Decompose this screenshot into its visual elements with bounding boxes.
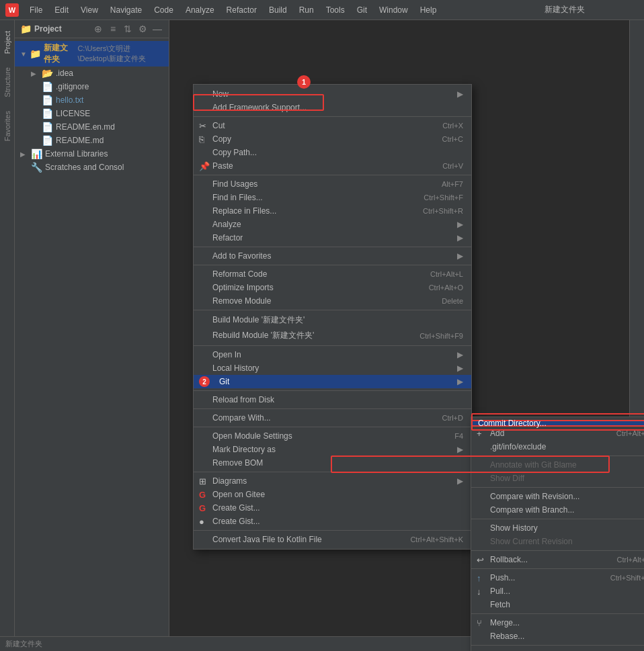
menu-run[interactable]: Run (294, 4, 319, 16)
tree-item-readme-en[interactable]: ▶ 📄 README.en.md (15, 120, 169, 134)
git-push-shortcut: Ctrl+Shift+K (610, 574, 644, 582)
cm-open-gitee-label: Open on Gitee (212, 490, 265, 499)
git-annotate-label: Annotate with Git Blame (490, 460, 577, 470)
cm-create-gist-1[interactable]: G Create Gist... (194, 501, 471, 515)
cm-copy-label: Copy (212, 134, 231, 144)
cm-find-usages[interactable]: Find Usages Alt+F7 (194, 177, 471, 191)
git-branches[interactable]: P Branches... Ctrl+Shift+` (471, 648, 644, 651)
menu-git[interactable]: Git (352, 4, 372, 16)
cm-sep-8 (194, 408, 471, 409)
cm-remove-module[interactable]: Remove Module Delete (194, 294, 471, 308)
menu-navigate[interactable]: Navigate (105, 4, 147, 16)
project-panel-header: 📁 Project ⊕ ≡ ⇅ ⚙ — (15, 20, 169, 38)
menu-analyze[interactable]: Analyze (180, 4, 220, 16)
paste-icon: 📌 (199, 161, 210, 171)
cm-convert-kotlin[interactable]: Convert Java File to Kotlin File Ctrl+Al… (194, 533, 471, 546)
cm-remove-bom[interactable]: Remove BOM (194, 456, 471, 470)
status-text: 新建文件夹 (5, 639, 42, 649)
project-btn-add[interactable]: ⊕ (92, 23, 104, 35)
cm-copy[interactable]: ⎘ Copy Ctrl+C (194, 132, 471, 146)
git-rebase[interactable]: Rebase... (471, 630, 644, 643)
tree-item-scratches[interactable]: ▶ 🔧 Scratches and Consol (15, 161, 169, 174)
menu-build[interactable]: Build (264, 4, 292, 16)
cm-open-gitee[interactable]: G Open on Gitee (194, 488, 471, 501)
tree-item-license[interactable]: ▶ 📄 LICENSE (15, 107, 169, 120)
cm-add-framework[interactable]: Add Framework Support... (194, 101, 471, 114)
cm-reformat[interactable]: Reformat Code Ctrl+Alt+L (194, 267, 471, 281)
external-label: External Libraries (45, 149, 108, 159)
side-tab-favorites[interactable]: Favorites (1, 105, 14, 146)
git-compare-revision-label: Compare with Revision... (490, 492, 579, 501)
git-rollback-shortcut: Ctrl+Alt+Z (616, 556, 644, 564)
cm-analyze-arrow: ▶ (457, 220, 463, 229)
menu-window[interactable]: Window (374, 4, 413, 16)
cm-new[interactable]: New ▶ (194, 87, 471, 101)
cm-paste[interactable]: 📌 Paste Ctrl+V (194, 159, 471, 173)
project-btn-list[interactable]: ≡ (107, 23, 119, 35)
menu-help[interactable]: Help (415, 4, 442, 16)
idea-arrow-icon: ▶ (31, 70, 39, 77)
cm-open-in[interactable]: Open In ▶ (194, 348, 471, 361)
git-merge[interactable]: ⑂ Merge... (471, 616, 644, 630)
cm-refactor[interactable]: Refactor ▶ (194, 231, 471, 245)
cm-find-files[interactable]: Find in Files... Ctrl+Shift+F (194, 191, 471, 204)
external-arrow: ▶ (20, 150, 28, 158)
menu-view[interactable]: View (75, 4, 104, 16)
project-btn-sort[interactable]: ⇅ (122, 23, 134, 35)
git-compare-branch[interactable]: Compare with Branch... (471, 503, 644, 517)
cm-create-gist-2[interactable]: ● Create Gist... (194, 515, 471, 528)
menu-code[interactable]: Code (149, 4, 179, 16)
cm-compare-with[interactable]: Compare With... Ctrl+D (194, 411, 471, 425)
tree-item-hello[interactable]: ▶ 📄 hello.txt (15, 93, 169, 107)
git-rollback[interactable]: ↩ Rollback... Ctrl+Alt+Z (471, 553, 644, 566)
side-tab-project[interactable]: Project (1, 26, 14, 59)
git-show-current-rev-label: Show Current Revision (490, 537, 573, 546)
cm-sep-10 (194, 472, 471, 472)
cm-add-favorites[interactable]: Add to Favorites ▶ (194, 249, 471, 263)
cm-build-module[interactable]: Build Module '新建文件夹' (194, 312, 471, 328)
cm-git[interactable]: 2 Git ▶ (194, 375, 471, 388)
cm-git-label: Git (212, 377, 229, 386)
git-push[interactable]: ↑ Push... Ctrl+Shift+K (471, 571, 644, 584)
cm-new-label: New (212, 89, 229, 99)
project-btn-settings[interactable]: ⚙ (136, 23, 149, 35)
git-compare-revision[interactable]: Compare with Revision... (471, 490, 644, 503)
git-fetch[interactable]: Fetch (471, 598, 644, 611)
tree-item-readme[interactable]: ▶ 📄 README.md (15, 134, 169, 147)
git-pull[interactable]: ↓ Pull... (471, 584, 644, 598)
cm-cut-label: Cut (212, 121, 225, 130)
git-exclude[interactable]: .git/info/exclude (471, 440, 644, 453)
menu-edit[interactable]: Edit (49, 4, 74, 16)
cm-local-history[interactable]: Local History ▶ (194, 361, 471, 375)
cm-analyze[interactable]: Analyze ▶ (194, 218, 471, 231)
project-btn-minimize[interactable]: — (151, 23, 163, 35)
cm-sep-6 (194, 345, 471, 346)
cm-remove-bom-label: Remove BOM (212, 458, 263, 468)
cm-module-settings[interactable]: Open Module Settings F4 (194, 429, 471, 443)
side-tab-structure[interactable]: Structure (1, 62, 14, 103)
cm-rebuild-module[interactable]: Rebuild Module '新建文件夹' Ctrl+Shift+F9 (194, 328, 471, 343)
diagrams-icon: ⊞ (199, 476, 206, 486)
cm-cut[interactable]: ✂ Cut Ctrl+X (194, 119, 471, 132)
cm-reload[interactable]: Reload from Disk (194, 393, 471, 406)
git-add-shortcut: Ctrl+Alt+A (616, 429, 644, 437)
cm-convert-kotlin-shortcut: Ctrl+Alt+Shift+K (397, 535, 463, 544)
tree-item-gitignore[interactable]: ▶ 📄 .gitignore (15, 80, 169, 93)
git-add[interactable]: + Add Ctrl+Alt+A (471, 427, 644, 440)
tree-item-external[interactable]: ▶ 📊 External Libraries (15, 147, 169, 161)
title-bar: W File Edit View Navigate Code Analyze R… (0, 0, 644, 20)
git-commit-dir[interactable]: Commit Directory... 3 (471, 420, 644, 427)
cm-copy-path[interactable]: Copy Path... (194, 146, 471, 159)
menu-refactor[interactable]: Refactor (221, 4, 262, 16)
git-show-history[interactable]: Show History (471, 521, 644, 535)
menu-tools[interactable]: Tools (321, 4, 350, 16)
cm-optimize-shortcut: Ctrl+Alt+O (415, 284, 463, 292)
tree-item-idea[interactable]: ▶ 📂 .idea (15, 67, 169, 80)
cm-mark-directory[interactable]: Mark Directory as ▶ (194, 443, 471, 456)
cm-diagrams[interactable]: ⊞ Diagrams ▶ (194, 474, 471, 488)
cm-replace-files[interactable]: Replace in Files... Ctrl+Shift+R (194, 204, 471, 218)
cm-add-framework-label: Add Framework Support... (212, 103, 307, 112)
cm-optimize[interactable]: Optimize Imports Ctrl+Alt+O (194, 281, 471, 294)
tree-root-item[interactable]: ▼ 📁 新建文件夹 C:\Users\文明进\Desktop\新建文件夹 (15, 41, 169, 67)
menu-file[interactable]: File (24, 4, 48, 16)
